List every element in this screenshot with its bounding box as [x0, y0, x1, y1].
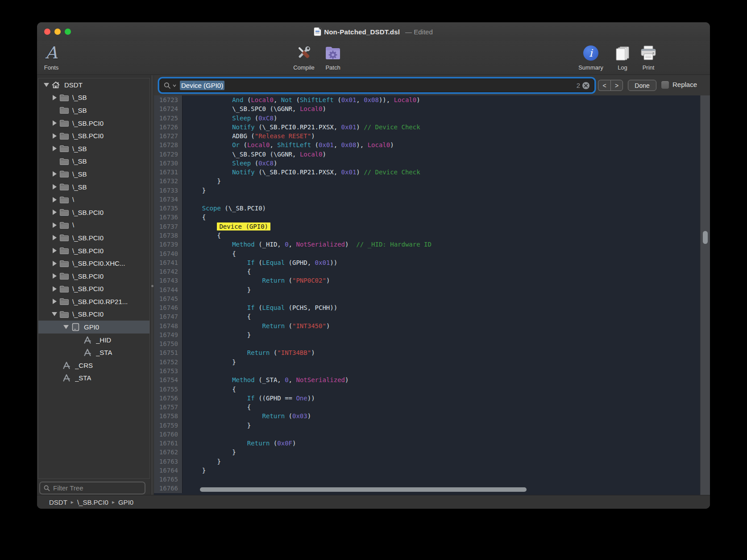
code-line-16757[interactable]: 16757 {: [154, 403, 710, 412]
splitter-handle[interactable]: [151, 285, 154, 287]
titlebar[interactable]: Non-Patched_DSDT.dsl — Edited: [37, 22, 710, 41]
code-line-16756[interactable]: 16756 If ((GPHD == One)): [154, 394, 710, 403]
tree-item-sb-pci0[interactable]: \_SB.PCI0: [38, 206, 149, 219]
disclosure-closed-icon[interactable]: [50, 222, 58, 228]
disclosure-closed-icon[interactable]: [50, 184, 58, 189]
tree-item-dsdt[interactable]: DSDT: [38, 78, 149, 91]
breadcrumb-segment[interactable]: DSDT: [49, 498, 67, 506]
disclosure-closed-icon[interactable]: [50, 197, 58, 202]
replace-checkbox[interactable]: [661, 81, 669, 89]
code-line-16732[interactable]: 16732 }: [154, 177, 710, 185]
tree-item-sb-pci0-rp21[interactable]: \_SB.PCI0.RP21...: [38, 295, 149, 308]
chevron-down-icon[interactable]: [173, 84, 176, 87]
tree-item-sb-pci0[interactable]: \_SB.PCI0: [38, 129, 149, 142]
disclosure-open-icon[interactable]: [62, 325, 70, 329]
code-line-16742[interactable]: 16742 {: [154, 267, 710, 276]
tree-item-sb[interactable]: \_SB: [38, 104, 149, 117]
tree-item-sb-pci0[interactable]: \_SB.PCI0: [38, 270, 149, 283]
tree-item-sb-pci0-xhc[interactable]: \_SB.PCI0.XHC...: [38, 257, 149, 270]
code-line-16728[interactable]: 16728 Or (Local0, ShiftLeft (0x01, 0x08)…: [154, 140, 710, 149]
tree-item-sb-pci0[interactable]: \_SB.PCI0: [38, 308, 149, 321]
code-line-16748[interactable]: 16748 Return ("INT3450"): [154, 321, 710, 330]
vertical-scrollbar-track[interactable]: [700, 95, 710, 495]
disclosure-closed-icon[interactable]: [50, 286, 58, 292]
code-line-16736[interactable]: 16736 {: [154, 213, 710, 222]
disclosure-closed-icon[interactable]: [50, 120, 58, 126]
find-previous-button[interactable]: <: [598, 80, 610, 91]
filter-tree-input[interactable]: Filter Tree: [39, 482, 145, 494]
code-line-16726[interactable]: 16726 Notify (\_SB.PCI0.RP21.PXSX, 0x01)…: [154, 123, 710, 132]
code-line-16723[interactable]: 16723 And (Local0, Not (ShiftLeft (0x01,…: [154, 95, 710, 104]
code-line-16758[interactable]: 16758 Return (0x03): [154, 412, 710, 420]
find-next-button[interactable]: >: [610, 80, 623, 91]
code-line-16764[interactable]: 16764 }: [154, 466, 710, 475]
tree-item-sb[interactable]: \_SB: [38, 155, 149, 168]
code-line-16740[interactable]: 16740 {: [154, 249, 710, 258]
tree-item-sb-pci0[interactable]: \_SB.PCI0: [38, 231, 149, 244]
code-line-16762[interactable]: 16762 }: [154, 448, 710, 457]
tree-item-hid[interactable]: _HID: [38, 334, 149, 346]
tree-item-gpi0[interactable]: GPI0: [38, 321, 149, 334]
find-input[interactable]: Device (GPI0) 2: [159, 78, 594, 92]
tree-item-sb[interactable]: \_SB: [38, 168, 149, 181]
tree-item-sta[interactable]: _STA: [38, 372, 149, 385]
code-line-16724[interactable]: 16724 \_SB.SPC0 (\GGNR, Local0): [154, 104, 710, 113]
document-icon[interactable]: [314, 28, 321, 36]
code-line-16741[interactable]: 16741 If (LEqual (GPHD, 0x01)): [154, 258, 710, 267]
code-line-16739[interactable]: 16739 Method (_HID, 0, NotSerialized) //…: [154, 240, 710, 249]
disclosure-closed-icon[interactable]: [50, 235, 58, 240]
code-line-16765[interactable]: 16765: [154, 475, 710, 484]
tree-item-sb[interactable]: \_SB: [38, 181, 149, 194]
disclosure-closed-icon[interactable]: [50, 133, 58, 139]
code-line-16761[interactable]: 16761 Return (0x0F): [154, 439, 710, 448]
code-line-16735[interactable]: 16735 Scope (\_SB.PCI0): [154, 204, 710, 213]
code-line-16729[interactable]: 16729 \_SB.SPC0 (\GGNR, Local0): [154, 150, 710, 159]
code-line-16763[interactable]: 16763 }: [154, 457, 710, 466]
disclosure-closed-icon[interactable]: [50, 299, 58, 304]
code-line-16727[interactable]: 16727 ADBG ("Release RESET"): [154, 132, 710, 140]
disclosure-closed-icon[interactable]: [50, 273, 58, 279]
horizontal-scrollbar-thumb[interactable]: [200, 487, 527, 492]
code-line-16750[interactable]: 16750: [154, 339, 710, 348]
code-line-16738[interactable]: 16738 {: [154, 231, 710, 240]
code-line-16737[interactable]: 16737 Device (GPI0): [154, 222, 710, 231]
disclosure-closed-icon[interactable]: [50, 248, 58, 253]
disclosure-open-icon[interactable]: [42, 83, 50, 87]
code-editor[interactable]: 16723 And (Local0, Not (ShiftLeft (0x01,…: [154, 95, 710, 495]
disclosure-closed-icon[interactable]: [50, 171, 58, 177]
code-line-16730[interactable]: 16730 Sleep (0xC8): [154, 159, 710, 168]
code-line-16753[interactable]: 16753: [154, 366, 710, 375]
breadcrumb[interactable]: DSDT▸\_SB.PCI0▸GPI0: [37, 495, 710, 509]
code-line-16752[interactable]: 16752 }: [154, 358, 710, 366]
code-line-16725[interactable]: 16725 Sleep (0xC8): [154, 114, 710, 123]
code-line-16747[interactable]: 16747 {: [154, 312, 710, 321]
code-line-16734[interactable]: 16734: [154, 195, 710, 204]
tree-item-crs[interactable]: _CRS: [38, 359, 149, 372]
tree-item-sta[interactable]: _STA: [38, 346, 149, 359]
disclosure-closed-icon[interactable]: [50, 95, 58, 100]
code-line-16746[interactable]: 16746 If (LEqual (PCHS, PCHH)): [154, 303, 710, 312]
disclosure-closed-icon[interactable]: [50, 210, 58, 215]
done-button[interactable]: Done: [628, 80, 656, 91]
tree-item-sb-pci0[interactable]: \_SB.PCI0: [38, 283, 149, 296]
code-line-16760[interactable]: 16760: [154, 430, 710, 439]
tree-item-sb-pci0[interactable]: \_SB.PCI0: [38, 117, 149, 130]
acpi-tree[interactable]: DSDT\_SB\_SB\_SB.PCI0\_SB.PCI0\_SB\_SB\_…: [38, 78, 150, 479]
pane-splitter[interactable]: [150, 75, 154, 495]
print-button[interactable]: Print: [628, 43, 668, 71]
breadcrumb-segment[interactable]: \_SB.PCI0: [77, 498, 108, 506]
code-line-16745[interactable]: 16745: [154, 294, 710, 303]
code-line-16751[interactable]: 16751 Return ("INT34BB"): [154, 348, 710, 357]
disclosure-open-icon[interactable]: [50, 312, 58, 316]
code-line-16744[interactable]: 16744 }: [154, 285, 710, 294]
disclosure-closed-icon[interactable]: [50, 146, 58, 151]
code-line-16731[interactable]: 16731 Notify (\_SB.PCI0.RP21.PXSX, 0x01)…: [154, 168, 710, 177]
tree-item-sb[interactable]: \_SB: [38, 91, 149, 104]
code-line-16733[interactable]: 16733 }: [154, 186, 710, 195]
tree-item-[interactable]: \: [38, 219, 149, 232]
code-line-16759[interactable]: 16759 }: [154, 421, 710, 430]
code-line-16755[interactable]: 16755 {: [154, 385, 710, 394]
tree-item-sb[interactable]: \_SB: [38, 142, 149, 155]
breadcrumb-segment[interactable]: GPI0: [118, 498, 133, 506]
tree-item-sb-pci0[interactable]: \_SB.PCI0: [38, 244, 149, 257]
